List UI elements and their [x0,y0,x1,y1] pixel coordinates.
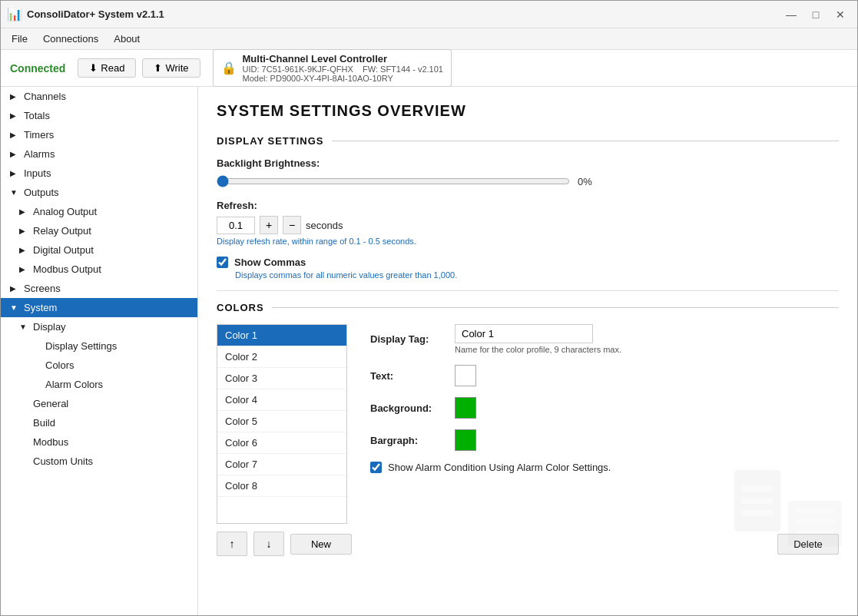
upload-icon: ⬆ [154,62,162,74]
app-window: 📊 ConsoliDator+ System v2.1.1 — □ ✕ File… [0,0,858,616]
device-model: Model: PD9000-XY-4PI-8AI-10AO-10RY [243,74,443,83]
color-list-item[interactable]: Color 1 [217,325,346,346]
read-label: Read [101,62,124,74]
bottom-controls: ↑ ↓ New Delete [217,532,839,556]
color-list-container: Color 1 Color 2 Color 3 Color 4 Color 5 … [217,324,347,524]
lock-icon: 🔒 [221,61,237,75]
sidebar-item-custom-units[interactable]: Custom Units [1,452,197,471]
menu-file[interactable]: File [4,31,35,47]
sidebar-item-relay-output[interactable]: ▶ Relay Output [1,221,197,240]
close-button[interactable]: ✕ [830,6,851,23]
sidebar-item-display-settings[interactable]: Display Settings [1,336,197,356]
background-color-label: Background: [370,402,455,414]
alarm-condition-label: Show Alarm Condition Using Alarm Color S… [388,462,611,473]
device-uid: UID: 7C51-961K-9KJF-QFHX FW: SFT144 - v2… [243,65,443,74]
refresh-input[interactable] [217,217,255,234]
sidebar-item-screens[interactable]: ▶ Screens [1,279,197,298]
color-list-item[interactable]: Color 4 [217,389,346,411]
sidebar: ▶ Channels ▶ Totals ▶ Timers ▶ Alarms ▶ … [1,87,198,615]
color-list-item[interactable]: Color 3 [217,368,346,389]
titlebar: 📊 ConsoliDator+ System v2.1.1 — □ ✕ [1,1,857,28]
conn-buttons: ⬇ Read ⬆ Write [78,58,200,78]
sidebar-label: General [33,398,68,409]
sidebar-item-timers[interactable]: ▶ Timers [1,125,197,144]
connected-label: Connected [10,62,65,75]
show-commas-checkbox[interactable] [217,257,228,268]
sidebar-label: Outputs [24,187,59,198]
increment-button[interactable]: + [260,216,278,234]
sidebar-item-modbus[interactable]: Modbus [1,432,197,452]
sidebar-item-digital-output[interactable]: ▶ Digital Output [1,240,197,260]
sidebar-item-analog-output[interactable]: ▶ Analog Output [1,202,197,221]
device-text: Multi-Channel Level Controller UID: 7C51… [243,53,443,83]
arrow-icon: ▶ [19,227,30,235]
device-name: Multi-Channel Level Controller [243,53,443,65]
write-button[interactable]: ⬆ Write [142,58,200,78]
color-list-item[interactable]: Color 5 [217,411,346,432]
arrow-icon: ▶ [19,265,30,273]
move-down-button[interactable]: ↓ [253,532,284,556]
colors-layout: Color 1 Color 2 Color 3 Color 4 Color 5 … [217,324,839,524]
sidebar-item-colors[interactable]: Colors [1,356,197,375]
text-color-label: Text: [370,370,455,382]
sidebar-label: Alarm Colors [45,379,103,390]
decrement-button[interactable]: − [283,216,301,234]
refresh-hint: Display refesh rate, within range of 0.1… [217,237,839,246]
alarm-condition-checkbox[interactable] [370,462,382,473]
move-up-button[interactable]: ↑ [217,532,247,556]
text-color-row: Text: [370,365,831,386]
background-color-swatch[interactable] [455,397,476,419]
menu-connections[interactable]: Connections [35,31,106,47]
backlight-label: Backlight Brightness: [217,157,839,169]
display-tag-field-group: Name for the color profile, 9 characters… [455,324,621,354]
show-commas-field: Show Commas Displays commas for all nume… [217,257,839,280]
sidebar-item-modbus-output[interactable]: ▶ Modbus Output [1,260,197,279]
backlight-field: Backlight Brightness: 0% [217,157,839,189]
sidebar-item-display[interactable]: ▼ Display [1,317,197,336]
menu-about[interactable]: About [106,31,147,47]
minimize-button[interactable]: — [780,6,802,23]
bargraph-color-label: Bargraph: [370,435,455,446]
refresh-label: Refresh: [217,200,839,211]
sidebar-label: Timers [24,129,54,141]
read-button[interactable]: ⬇ Read [78,58,136,78]
sidebar-item-alarms[interactable]: ▶ Alarms [1,144,197,164]
color-list-item[interactable]: Color 7 [217,454,346,475]
sidebar-label: System [24,302,57,313]
maximize-button[interactable]: □ [805,6,827,23]
bargraph-color-swatch[interactable] [455,429,476,451]
color-list-item[interactable]: Color 8 [217,475,346,497]
color-list-item[interactable]: Color 6 [217,432,346,454]
display-settings-section-title: DISPLAY SETTINGS [217,135,839,147]
color-list: Color 1 Color 2 Color 3 Color 4 Color 5 … [217,324,347,524]
backlight-slider[interactable] [217,174,570,189]
sidebar-label: Relay Output [33,225,91,237]
sidebar-item-general[interactable]: General [1,394,197,413]
page-title: SYSTEM SETTINGS OVERVIEW [217,102,839,120]
sidebar-item-alarm-colors[interactable]: Alarm Colors [1,375,197,394]
sidebar-label: Screens [24,283,61,294]
sidebar-label: Build [33,417,55,429]
new-button[interactable]: New [290,534,352,555]
text-color-swatch[interactable] [455,365,476,386]
sidebar-item-channels[interactable]: ▶ Channels [1,87,197,106]
sidebar-item-outputs[interactable]: ▼ Outputs [1,183,197,202]
section-divider [217,290,839,291]
arrow-icon: ▶ [10,169,21,177]
content-area: SYSTEM SETTINGS OVERVIEW DISPLAY SETTING… [198,87,857,615]
color-list-item[interactable]: Color 2 [217,346,346,368]
show-commas-label: Show Commas [234,257,306,268]
show-commas-hint: Displays commas for all numeric values g… [235,270,839,280]
sidebar-label: Digital Output [33,244,94,256]
display-tag-input[interactable] [455,324,593,343]
refresh-unit: seconds [306,220,343,231]
delete-button[interactable]: Delete [777,534,839,555]
sidebar-label: Totals [24,110,50,121]
arrow-icon: ▶ [10,284,21,293]
backlight-percent: 0% [578,176,592,187]
download-icon: ⬇ [89,62,98,74]
sidebar-item-build[interactable]: Build [1,413,197,432]
sidebar-item-inputs[interactable]: ▶ Inputs [1,164,197,183]
sidebar-item-system[interactable]: ▼ System [1,298,197,317]
sidebar-item-totals[interactable]: ▶ Totals [1,106,197,125]
